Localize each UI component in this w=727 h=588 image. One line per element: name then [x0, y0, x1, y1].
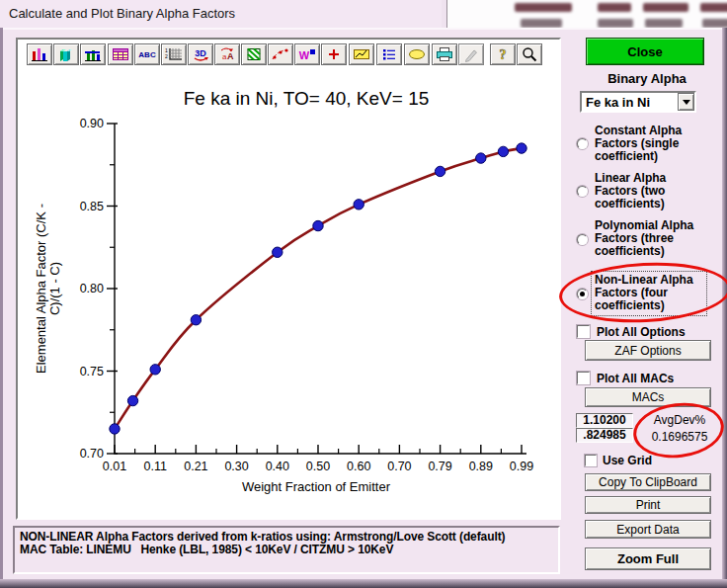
svg-text:0.11: 0.11: [143, 460, 166, 473]
blurred-text-block: [702, 19, 727, 28]
svg-text:Fe ka in Ni, TO= 40, KeV= 15: Fe ka in Ni, TO= 40, KeV= 15: [184, 88, 430, 109]
plot-all-macs-label[interactable]: Plot All MACs: [597, 373, 674, 385]
export-plot-icon: [352, 46, 371, 62]
print-plot-icon: [435, 46, 454, 62]
export-data-button[interactable]: Export Data: [585, 520, 711, 539]
svg-text:0.01: 0.01: [103, 460, 126, 473]
crosshair-icon-button[interactable]: [321, 43, 347, 65]
svg-text:0.21: 0.21: [184, 460, 207, 473]
blurred-text-block: [598, 19, 633, 28]
curve-fit-icon: [271, 46, 290, 62]
export-plot-icon-button[interactable]: [349, 43, 374, 65]
window-title-bar[interactable]: Calculate and Plot Binary Alpha Factors: [0, 0, 442, 28]
zoom-icon: [520, 46, 539, 62]
bar-chart-icon: [30, 46, 49, 62]
blurred-text-block: [515, 3, 572, 12]
chevron-down-icon[interactable]: [678, 93, 694, 111]
plot-all-options-checkbox[interactable]: [577, 325, 590, 338]
zoom-full-button[interactable]: Zoom Full: [585, 547, 711, 570]
svg-text:0.90: 0.90: [80, 117, 104, 130]
binary-alpha-selected-value: Fe ka in Ni: [586, 94, 650, 111]
data-table-icon: [111, 46, 130, 62]
help-icon-button[interactable]: ?: [490, 43, 516, 65]
blurred-text-block: [643, 3, 688, 12]
data-list-icon: [379, 46, 399, 62]
fill-pattern-icon-button[interactable]: [241, 43, 267, 65]
curve-fit-icon-button[interactable]: [268, 43, 293, 65]
combo-chart-icon-button[interactable]: [80, 43, 106, 65]
svg-text:0.80: 0.80: [80, 282, 104, 295]
svg-text:0.60: 0.60: [347, 460, 370, 473]
plot-all-options-label[interactable]: Plot All Options: [597, 326, 686, 339]
svg-text:0.89: 0.89: [469, 460, 493, 473]
fill-pattern-icon: [244, 46, 264, 62]
blurred-text-block: [645, 19, 683, 28]
label-tag-icon: [407, 46, 427, 62]
crosshair-icon: [324, 46, 344, 62]
radio-constant-alpha-label[interactable]: Constant Alpha Factors (single coefficie…: [595, 125, 707, 163]
window-title: Calculate and Plot Binary Alpha Factors: [9, 6, 235, 21]
window-frame-bottom: [0, 579, 727, 588]
data-table-icon-button[interactable]: [108, 43, 133, 65]
svg-text:3D: 3D: [195, 48, 206, 58]
svg-text:0.85: 0.85: [80, 200, 104, 213]
svg-text:0.40: 0.40: [266, 460, 289, 473]
coefficient-2-field[interactable]: .824985: [576, 428, 633, 443]
3d-view-icon-button[interactable]: 3D: [188, 43, 213, 65]
radio-constant-alpha[interactable]: [577, 138, 588, 149]
svg-text:0.99: 0.99: [510, 460, 533, 473]
rotate-text-icon-button[interactable]: aA: [214, 43, 240, 65]
edit-pencil-icon-button: [458, 43, 484, 65]
text-labels-icon-button[interactable]: ABC: [134, 43, 160, 65]
chart-panel: ABC 12 3D aA W ? Fe ka in Ni, TO= 40, Ke…: [16, 38, 561, 520]
plot-symbols-icon-button[interactable]: W: [294, 43, 320, 65]
radio-polynomial-alpha-label[interactable]: Polynomial Alpha Factors (three coeffici…: [595, 219, 707, 258]
blurred-text-block: [521, 19, 562, 28]
coefficient-1-field[interactable]: 1.10200: [576, 413, 633, 428]
axis-scale-icon: 12: [164, 46, 184, 62]
svg-text:0.79: 0.79: [428, 460, 451, 473]
svg-text:0.50: 0.50: [306, 460, 330, 473]
copy-to-clipboard-button[interactable]: Copy To ClipBoard: [585, 473, 711, 491]
zoom-icon-button[interactable]: [517, 43, 542, 65]
svg-text:0.30: 0.30: [224, 460, 248, 473]
svg-text:0.75: 0.75: [80, 365, 104, 378]
use-grid-label[interactable]: Use Grid: [603, 455, 652, 467]
svg-text:A: A: [227, 51, 234, 61]
radio-polynomial-alpha[interactable]: [577, 234, 588, 245]
window-frame-right: [722, 28, 727, 588]
svg-text:0.70: 0.70: [80, 447, 104, 461]
plot-symbols-icon: W: [297, 46, 317, 62]
bar-chart-icon-button[interactable]: [27, 43, 52, 65]
plot-all-macs-checkbox[interactable]: [577, 372, 590, 384]
data-list-icon-button[interactable]: [376, 43, 402, 65]
label-tag-icon-button[interactable]: [404, 43, 430, 65]
window-frame-left: [0, 28, 3, 588]
svg-text:Weight Fraction of Emitter: Weight Fraction of Emitter: [242, 479, 391, 494]
svg-text:0.70: 0.70: [387, 460, 411, 473]
status-line-2: MAC Table: LINEMU Henke (LBL, 1985) < 10…: [20, 544, 553, 556]
radio-linear-alpha-label[interactable]: Linear Alpha Factors (two coefficients): [595, 172, 707, 210]
close-button[interactable]: Close: [586, 38, 704, 65]
svg-text:?: ?: [500, 47, 507, 62]
axis-scale-icon-button[interactable]: 12: [161, 43, 187, 65]
binary-alpha-dropdown[interactable]: Fe ka in Ni: [580, 91, 696, 113]
blurred-text-block: [700, 3, 727, 12]
binary-alpha-label: Binary Alpha: [578, 72, 716, 85]
3d-bar-chart-icon-button[interactable]: [53, 43, 79, 65]
svg-text:Elemental Alpha Factor (C/K -: Elemental Alpha Factor (C/K -: [34, 204, 48, 374]
svg-text:W: W: [299, 49, 310, 61]
use-grid-checkbox[interactable]: [585, 455, 597, 466]
combo-chart-icon: [83, 46, 103, 62]
blurred-text-block: [598, 3, 631, 12]
status-box: NON-LINEAR Alpha Factors derived from k-…: [13, 526, 560, 574]
rotate-text-icon: aA: [217, 46, 237, 62]
alpha-factor-plot[interactable]: Fe ka in Ni, TO= 40, KeV= 15Weight Fract…: [18, 69, 559, 514]
text-labels-icon: ABC: [137, 46, 157, 62]
print-plot-icon-button[interactable]: [432, 43, 457, 65]
print-button[interactable]: Print: [585, 496, 711, 514]
radio-linear-alpha[interactable]: [577, 186, 588, 197]
svg-text:C)/(1 - C): C)/(1 - C): [47, 262, 62, 315]
help-icon: ?: [493, 46, 513, 62]
zaf-options-button[interactable]: ZAF Options: [585, 340, 711, 361]
